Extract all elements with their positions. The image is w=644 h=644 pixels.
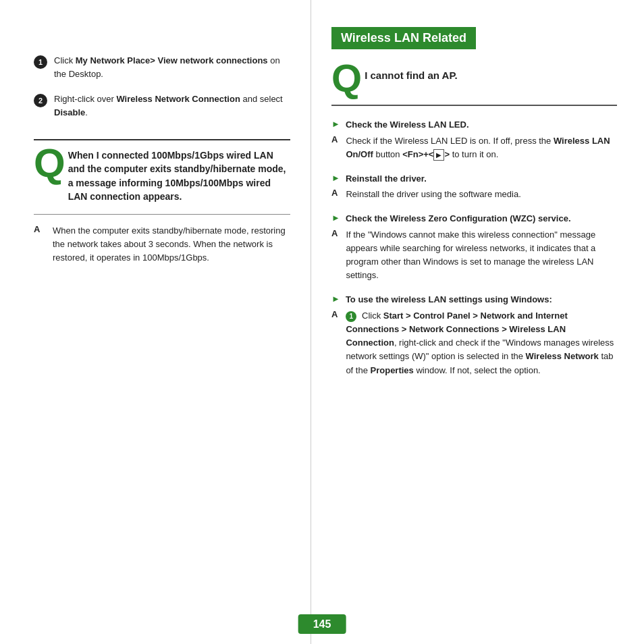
q-block-left: Q When I connected 100Mbps/1Gbps wired L… — [34, 139, 290, 203]
circle-num-1: 1 — [34, 55, 47, 69]
bullet-item-1: ► Check the Wireless LAN LED. — [331, 118, 617, 132]
ra-block-4: A 1 Click Start > Control Panel > Networ… — [331, 309, 617, 377]
q-text-left: When I connected 100Mbps/1Gbps wired LAN… — [68, 149, 290, 203]
bullet-item-4: ► To use the wireless LAN settings using… — [331, 293, 617, 306]
ra-label-2: A — [331, 188, 338, 198]
a-block-left: A When the computer exits standby/hibern… — [34, 224, 290, 265]
rq-text: I cannot find an AP. — [365, 63, 458, 82]
bullet-arrow-3: ► — [331, 213, 340, 223]
bullet-item-3: ► Check the Wireless Zero Configuration … — [331, 212, 617, 225]
q-letter-left: Q When I connected 100Mbps/1Gbps wired L… — [34, 149, 290, 203]
ra-label-4: A — [331, 309, 338, 319]
page-number: 145 — [298, 614, 346, 634]
ra-text-3: If the "Windows cannot make this wireles… — [346, 228, 617, 283]
ra-text-4: 1 Click Start > Control Panel > Network … — [346, 309, 617, 377]
ra-block-1: A Check if the Wireless LAN LED is on. I… — [331, 134, 617, 161]
step-icon: 1 — [346, 311, 356, 322]
bullet-label-3: Check the Wireless Zero Configuration (W… — [346, 212, 571, 225]
left-column: 1 Click My Network Place> View network c… — [0, 0, 311, 644]
section-header: Wireless LAN Related — [331, 27, 476, 49]
bullet-arrow-2: ► — [331, 173, 340, 183]
bullet-label-4: To use the wireless LAN settings using W… — [346, 293, 552, 306]
ra-text-1: Check if the Wireless LAN LED is on. If … — [346, 134, 617, 161]
list-item-1: 1 Click My Network Place> View network c… — [34, 54, 290, 80]
ra-label-1: A — [331, 134, 338, 144]
a-text-left: When the computer exits standby/hibernat… — [53, 224, 290, 265]
left-divider — [34, 214, 290, 215]
ra-block-2: A Reinstall the driver using the softwar… — [331, 188, 617, 201]
bullet-arrow-1: ► — [331, 119, 340, 129]
bullet-arrow-4: ► — [331, 294, 340, 304]
bullet-label-2: Reinstall the driver. — [346, 172, 427, 186]
page-number-container: 145 — [298, 618, 346, 630]
ra-text-2: Reinstall the driver using the software … — [346, 188, 520, 201]
bullet-label-1: Check the Wireless LAN LED. — [346, 118, 469, 132]
list-item-2-text: Right-click over Wireless Network Connec… — [54, 92, 290, 119]
rq-letter: Q — [331, 59, 362, 98]
ra-block-3: A If the "Windows cannot make this wirel… — [331, 228, 617, 283]
list-item-1-text: Click My Network Place> View network con… — [54, 54, 290, 80]
rq-block: Q I cannot find an AP. — [331, 63, 617, 106]
page-container: 1 Click My Network Place> View network c… — [0, 0, 644, 644]
ra-label-3: A — [331, 228, 338, 238]
a-label-left: A — [34, 224, 43, 234]
right-column: Wireless LAN Related Q I cannot find an … — [311, 0, 644, 644]
bullet-item-2: ► Reinstall the driver. — [331, 172, 617, 186]
circle-num-2: 2 — [34, 94, 47, 107]
list-item-2: 2 Right-click over Wireless Network Conn… — [34, 92, 290, 119]
